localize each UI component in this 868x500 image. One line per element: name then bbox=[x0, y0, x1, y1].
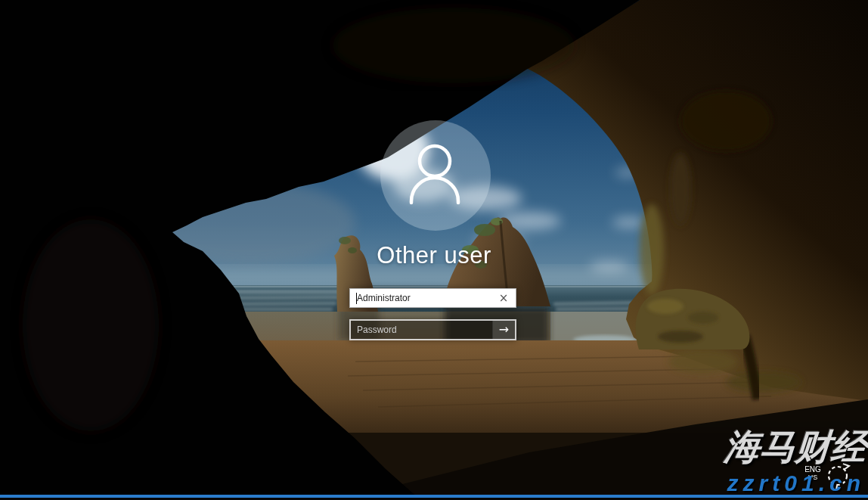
watermark-site-url: zzrt01.cn bbox=[727, 470, 865, 496]
sign-in-button[interactable]: → bbox=[492, 321, 515, 339]
user-avatar[interactable] bbox=[380, 120, 491, 231]
username-input[interactable] bbox=[357, 289, 493, 307]
person-silhouette-icon bbox=[380, 120, 491, 231]
close-icon: × bbox=[499, 291, 509, 305]
password-field[interactable]: → bbox=[349, 319, 516, 340]
watermark-title: 海马财经 bbox=[723, 424, 868, 471]
password-input[interactable] bbox=[351, 321, 492, 339]
submit-arrow-icon: → bbox=[499, 322, 509, 337]
clear-username-button[interactable]: × bbox=[496, 290, 511, 306]
other-user-label: Other user bbox=[283, 242, 585, 269]
windows-login-screen: Other user × → ENG US 海马财经 zzrt01.cn bbox=[0, 0, 868, 500]
username-field[interactable]: × bbox=[349, 288, 516, 308]
